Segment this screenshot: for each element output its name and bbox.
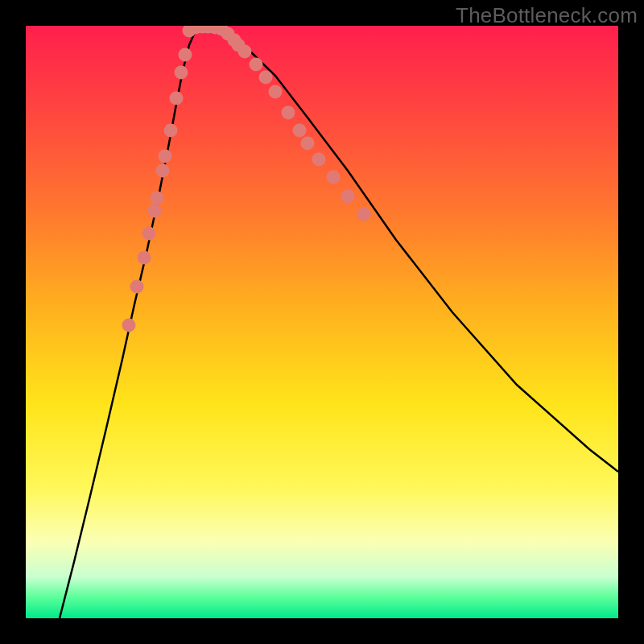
dots-bottom-minimum	[183, 26, 235, 41]
data-point	[142, 227, 156, 241]
data-point	[293, 124, 307, 138]
data-point	[156, 164, 170, 178]
data-point	[282, 106, 295, 120]
data-point	[269, 85, 283, 99]
data-point	[250, 58, 263, 72]
chart-svg	[26, 26, 618, 618]
data-point	[259, 71, 273, 85]
bottleneck-curve	[60, 27, 618, 618]
data-point	[175, 66, 188, 80]
data-point	[327, 171, 341, 184]
data-point	[159, 150, 172, 163]
dots-right-branch	[228, 34, 371, 221]
data-point	[301, 137, 315, 151]
data-point	[130, 280, 144, 294]
chart-frame: TheBottleneck.com	[0, 0, 644, 644]
data-point	[151, 192, 164, 205]
data-point	[357, 208, 371, 221]
data-point	[221, 27, 235, 41]
data-point	[238, 45, 252, 59]
data-point	[170, 92, 184, 105]
watermark-text: TheBottleneck.com	[456, 3, 638, 28]
plot-area	[26, 26, 618, 618]
data-point	[164, 124, 178, 138]
dots-left-branch	[122, 48, 192, 332]
data-point	[179, 48, 192, 62]
data-point	[148, 204, 162, 218]
data-point	[138, 251, 151, 265]
data-point	[122, 319, 136, 332]
data-point	[312, 153, 326, 167]
data-point	[341, 190, 355, 204]
